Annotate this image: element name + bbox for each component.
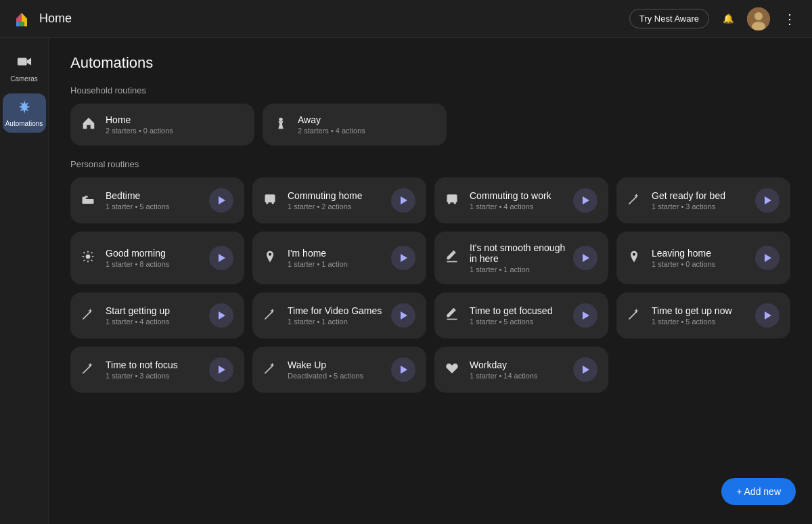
wake-up-play-button[interactable] <box>391 357 415 382</box>
svg-line-25 <box>91 259 93 261</box>
bedtime-name: Bedtime <box>106 190 169 201</box>
sidebar-item-cameras[interactable]: Cameras <box>3 49 46 88</box>
routine-card-away[interactable]: Away 2 starters • 4 actions <box>263 104 447 146</box>
svg-rect-6 <box>83 200 94 203</box>
play-icon <box>765 311 771 320</box>
svg-point-31 <box>633 253 635 255</box>
household-routines-section: Household routines Home 2 starters • 0 a… <box>70 85 790 146</box>
away-routine-meta: 2 starters • 4 actions <box>298 127 365 135</box>
home-routine-meta: 2 starters • 0 actions <box>106 127 173 135</box>
routine-card-get-ready-for-bed[interactable]: Get ready for bed 1 starter • 3 actions <box>616 177 790 223</box>
routine-card-good-morning[interactable]: Good morning 1 starter • 8 actions <box>70 232 244 284</box>
svg-rect-15 <box>453 196 456 198</box>
svg-point-11 <box>266 202 268 204</box>
routine-card-time-to-get-up-now[interactable]: Time to get up now 1 starter • 5 actions <box>616 292 790 339</box>
routine-card-im-home[interactable]: I'm home 1 starter • 1 action <box>252 232 426 284</box>
routine-card-time-to-get-focused[interactable]: Time to get focused 1 starter • 5 action… <box>434 292 608 339</box>
commuting-to-work-icon <box>445 192 461 209</box>
more-options-button[interactable]: ⋮ <box>777 7 801 31</box>
not-smooth-enough-play-button[interactable] <box>573 246 597 270</box>
bedtime-icon <box>81 192 97 209</box>
time-for-video-games-play-button[interactable] <box>391 303 415 328</box>
time-for-video-games-meta: 1 starter • 1 action <box>288 318 382 326</box>
good-morning-icon <box>81 250 97 267</box>
leaving-home-play-button[interactable] <box>755 246 780 270</box>
workday-play-button[interactable] <box>573 357 597 382</box>
not-smooth-enough-name: It's not smooth enough in here <box>470 242 573 264</box>
try-nest-button[interactable]: Try Nest Aware <box>629 9 709 28</box>
automations-label: Automations <box>5 120 43 127</box>
im-home-play-button[interactable] <box>391 246 415 270</box>
play-icon <box>583 254 589 262</box>
content-area: Automations Household routines Home <box>49 38 812 524</box>
bedtime-meta: 1 starter • 5 actions <box>106 202 169 211</box>
svg-point-12 <box>272 202 274 204</box>
time-for-video-games-name: Time for Video Games <box>288 305 382 316</box>
svg-rect-10 <box>271 196 274 198</box>
bell-button[interactable]: 🔔 <box>716 7 740 31</box>
sidebar-item-automations[interactable]: Automations <box>3 93 46 133</box>
im-home-name: I'm home <box>288 248 348 259</box>
routine-card-not-smooth-enough[interactable]: It's not smooth enough in here 1 starter… <box>434 232 608 284</box>
time-to-get-up-now-play-button[interactable] <box>755 303 780 328</box>
routine-card-time-to-not-focus[interactable]: Time to not focus 1 starter • 3 actions <box>70 347 244 393</box>
svg-rect-9 <box>266 196 269 198</box>
svg-point-1 <box>754 12 763 20</box>
play-icon <box>219 311 225 320</box>
time-to-get-focused-play-button[interactable] <box>573 303 597 328</box>
header-right: Try Nest Aware 🔔 ⋮ <box>629 7 801 31</box>
time-to-not-focus-play-button[interactable] <box>209 357 233 382</box>
get-ready-for-bed-play-button[interactable] <box>755 188 780 213</box>
wake-up-name: Wake Up <box>288 359 363 370</box>
commuting-to-work-meta: 1 starter • 4 actions <box>470 202 551 211</box>
time-to-not-focus-icon <box>81 362 97 378</box>
away-routine-icon <box>273 116 290 134</box>
home-routine-icon <box>81 116 97 134</box>
commuting-to-work-name: Commuting to work <box>470 190 551 201</box>
play-icon <box>401 254 407 262</box>
get-ready-for-bed-icon <box>627 192 644 209</box>
household-routines-title: Household routines <box>70 85 790 95</box>
time-to-get-focused-meta: 1 starter • 5 actions <box>470 318 552 326</box>
more-vert-icon: ⋮ <box>783 11 796 27</box>
svg-line-38 <box>265 365 273 373</box>
main-layout: Cameras Automations Automations Househol… <box>0 38 812 524</box>
add-new-button[interactable]: + Add new <box>721 478 796 505</box>
home-routine-name: Home <box>106 114 173 125</box>
svg-rect-3 <box>17 58 26 66</box>
routine-card-commuting-home[interactable]: Commuting home 1 starter • 2 actions <box>252 177 426 223</box>
commuting-home-play-button[interactable] <box>391 188 415 213</box>
play-icon <box>583 311 589 320</box>
routine-card-leaving-home[interactable]: Leaving home 1 starter • 0 actions <box>616 232 790 284</box>
personal-routines-title: Personal routines <box>70 159 790 169</box>
not-smooth-enough-meta: 1 starter • 1 action <box>470 265 573 274</box>
routine-card-time-for-video-games[interactable]: Time for Video Games 1 starter • 1 actio… <box>252 292 426 339</box>
start-getting-up-play-button[interactable] <box>209 303 233 328</box>
routine-card-bedtime[interactable]: Bedtime 1 starter • 5 actions <box>70 177 244 223</box>
user-avatar[interactable] <box>747 7 770 30</box>
away-routine-name: Away <box>298 114 365 125</box>
good-morning-play-button[interactable] <box>209 246 233 270</box>
time-to-get-up-now-name: Time to get up now <box>652 305 732 316</box>
play-icon <box>765 196 771 204</box>
page-title: Automations <box>70 54 790 72</box>
svg-line-32 <box>83 311 91 319</box>
routine-card-start-getting-up[interactable]: Start getting up 1 starter • 4 actions <box>70 292 244 339</box>
commuting-to-work-play-button[interactable] <box>573 188 597 213</box>
get-ready-for-bed-name: Get ready for bed <box>652 190 725 201</box>
play-icon <box>219 196 225 204</box>
app-title: Home <box>39 12 72 26</box>
routine-card-wake-up[interactable]: Wake Up Deactivated • 5 actions <box>252 347 426 393</box>
routine-card-workday[interactable]: Workday 1 starter • 14 actions <box>434 347 608 393</box>
household-routines-grid: Home 2 starters • 0 actions <box>70 104 447 146</box>
time-to-not-focus-meta: 1 starter • 3 actions <box>106 372 178 380</box>
wake-up-icon <box>263 362 279 378</box>
routine-card-commuting-to-work[interactable]: Commuting to work 1 starter • 4 actions <box>434 177 608 223</box>
svg-line-24 <box>84 252 85 253</box>
bedtime-play-button[interactable] <box>209 188 233 213</box>
start-getting-up-meta: 1 starter • 4 actions <box>106 318 170 326</box>
leaving-home-meta: 1 starter • 0 actions <box>652 260 715 268</box>
leaving-home-name: Leaving home <box>652 248 715 259</box>
routine-card-home[interactable]: Home 2 starters • 0 actions <box>70 104 254 146</box>
play-icon <box>401 311 407 320</box>
